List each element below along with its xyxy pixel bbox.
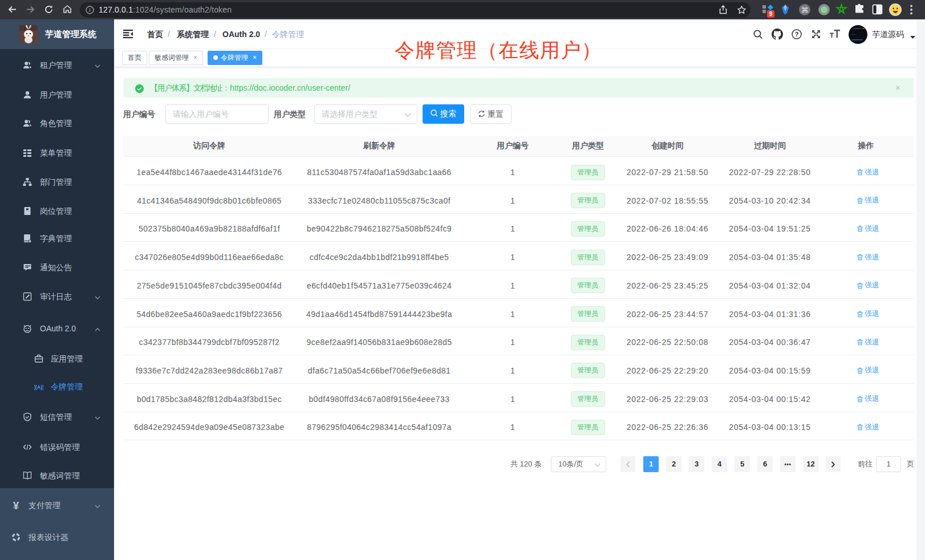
svg-text:((A)): ((A)) [34,384,43,390]
svg-text:¥: ¥ [13,501,19,510]
svg-text:⌘: ⌘ [801,6,809,14]
svg-text:?: ? [795,31,799,38]
svg-text:9: 9 [769,11,773,17]
